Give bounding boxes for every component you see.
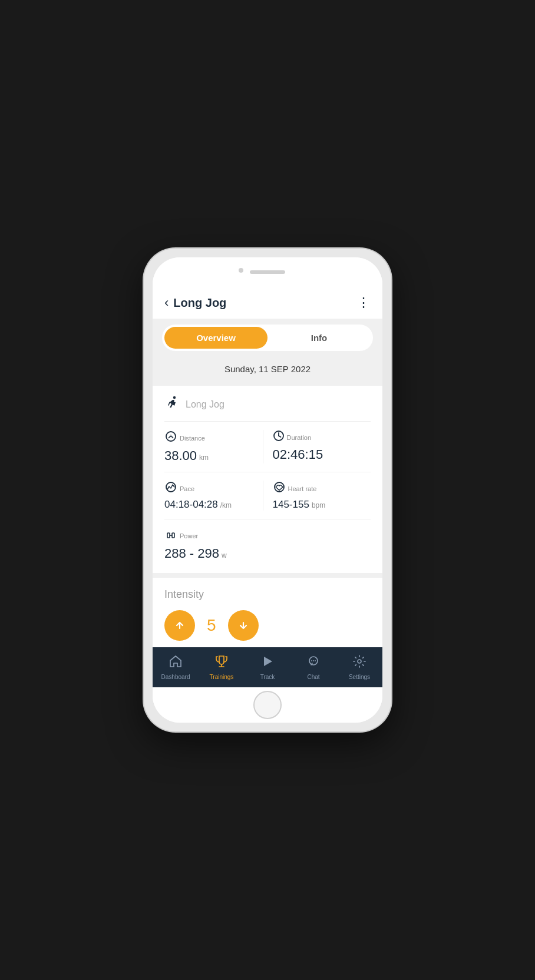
- svg-line-5: [279, 436, 281, 437]
- speaker: [250, 270, 285, 274]
- duration-icon-label: Duration: [273, 430, 312, 445]
- tab-overview[interactable]: Overview: [164, 327, 268, 349]
- distance-duration-row: ° Distance 38.00 km: [164, 430, 371, 472]
- distance-cell: ° Distance 38.00 km: [164, 430, 263, 463]
- duration-cell: Duration 02:46:15: [263, 430, 371, 463]
- play-icon: [260, 654, 275, 672]
- pace-icon: [164, 481, 177, 496]
- power-cell: Power 288 - 298 w: [164, 528, 227, 561]
- trophy-icon: [214, 654, 229, 672]
- nav-item-settings[interactable]: Settings: [336, 647, 382, 687]
- heart-rate-value: 145-155: [273, 499, 309, 511]
- distance-label: Distance: [180, 435, 205, 442]
- intensity-down-button[interactable]: [228, 610, 259, 641]
- heart-rate-unit: bpm: [312, 501, 325, 509]
- heart-rate-label: Heart rate: [288, 485, 317, 492]
- distance-value-row: 38.00 km: [164, 448, 209, 463]
- duration-label: Duration: [287, 434, 312, 441]
- heart-rate-cell: Heart rate 145-155 bpm: [263, 481, 371, 511]
- power-icon-label: Power: [164, 528, 198, 544]
- phone-frame: ‹ Long Jog ⋮ Overview Info Sunday, 11 SE…: [144, 249, 391, 731]
- nav-label-track: Track: [260, 674, 275, 680]
- pace-icon-label: Pace: [164, 481, 194, 496]
- bottom-nav: Dashboard Trainings: [153, 647, 382, 687]
- house-icon: [169, 654, 183, 672]
- header: ‹ Long Jog ⋮: [153, 287, 382, 319]
- distance-icon: °: [164, 430, 177, 446]
- svg-point-0: [173, 396, 176, 399]
- workout-title-row: Long Jog: [164, 395, 371, 422]
- header-left: ‹ Long Jog: [164, 295, 226, 310]
- svg-point-18: [358, 660, 361, 663]
- pace-label: Pace: [180, 485, 194, 492]
- date-header: Sunday, 11 SEP 2022: [153, 357, 382, 381]
- workout-card: Long Jog °: [153, 386, 382, 573]
- distance-icon-label: ° Distance: [164, 430, 205, 446]
- tab-container: Overview Info: [162, 325, 373, 351]
- svg-rect-8: [167, 533, 170, 538]
- duration-value: 02:46:15: [273, 447, 323, 462]
- app-content: ‹ Long Jog ⋮ Overview Info Sunday, 11 SE…: [153, 287, 382, 687]
- page-title: Long Jog: [173, 296, 226, 310]
- pace-value: 04:18-04:28: [164, 499, 218, 511]
- svg-point-15: [311, 660, 312, 661]
- power-value: 288 - 298: [164, 546, 219, 561]
- svg-rect-9: [172, 533, 174, 538]
- home-button[interactable]: [253, 691, 282, 719]
- intensity-controls: 5: [164, 610, 371, 641]
- power-label: Power: [180, 532, 198, 539]
- nav-item-dashboard[interactable]: Dashboard: [153, 647, 199, 687]
- status-bar: [153, 257, 382, 287]
- nav-item-chat[interactable]: Chat: [290, 647, 336, 687]
- pace-unit: /km: [220, 501, 232, 509]
- heart-rate-value-row: 145-155 bpm: [273, 499, 326, 511]
- nav-label-trainings: Trainings: [210, 674, 234, 680]
- distance-unit: km: [199, 453, 209, 462]
- power-value-row: 288 - 298 w: [164, 546, 227, 561]
- power-row: Power 288 - 298 w: [164, 528, 371, 561]
- nav-label-settings: Settings: [349, 674, 370, 680]
- camera: [239, 268, 243, 273]
- nav-item-trainings[interactable]: Trainings: [199, 647, 245, 687]
- tab-info[interactable]: Info: [268, 327, 371, 349]
- more-options-button[interactable]: ⋮: [357, 295, 371, 310]
- workout-name: Long Jog: [186, 399, 224, 410]
- pace-value-row: 04:18-04:28 /km: [164, 499, 232, 511]
- heart-rate-icon: [273, 481, 286, 496]
- gear-icon: [352, 654, 366, 672]
- scroll-area: Sunday, 11 SEP 2022 Long: [153, 357, 382, 647]
- run-icon: [164, 395, 180, 414]
- back-button[interactable]: ‹: [164, 295, 169, 310]
- svg-point-16: [313, 660, 314, 661]
- nav-label-dashboard: Dashboard: [161, 674, 190, 680]
- pace-cell: Pace 04:18-04:28 /km: [164, 481, 263, 511]
- phone-inner: ‹ Long Jog ⋮ Overview Info Sunday, 11 SE…: [153, 257, 382, 723]
- nav-item-track[interactable]: Track: [245, 647, 290, 687]
- intensity-card: Intensity 5: [153, 578, 382, 647]
- home-button-area: [153, 687, 382, 723]
- intensity-title: Intensity: [164, 588, 371, 601]
- chat-icon: [306, 654, 321, 672]
- svg-point-17: [315, 660, 316, 661]
- clock-icon: [273, 430, 285, 445]
- pace-heartrate-row: Pace 04:18-04:28 /km: [164, 481, 371, 519]
- intensity-up-button[interactable]: [164, 610, 195, 641]
- nav-label-chat: Chat: [307, 674, 319, 680]
- distance-value: 38.00: [164, 448, 197, 463]
- duration-value-row: 02:46:15: [273, 447, 323, 462]
- svg-marker-13: [264, 657, 272, 666]
- tab-bar: Overview Info: [153, 319, 382, 357]
- power-icon: [164, 528, 177, 544]
- heart-rate-icon-label: Heart rate: [273, 481, 317, 496]
- intensity-value: 5: [207, 616, 216, 635]
- power-unit: w: [222, 551, 227, 559]
